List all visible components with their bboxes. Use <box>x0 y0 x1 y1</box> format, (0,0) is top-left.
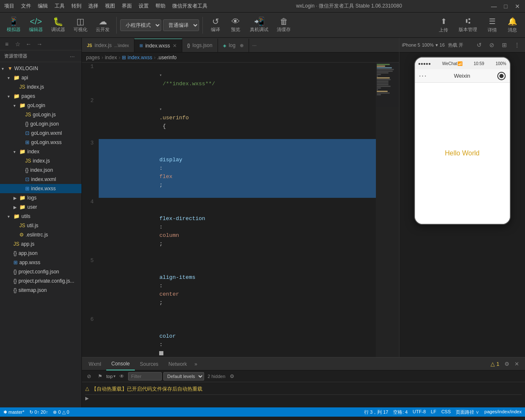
tree-item-eslintrc[interactable]: ▶ ⚙ .eslintrc.js <box>0 230 81 239</box>
tree-item-project-config[interactable]: ▶ {} project.config.json <box>0 267 81 276</box>
line-ending[interactable]: LF <box>431 409 436 415</box>
phone-record-button[interactable] <box>497 72 506 80</box>
tree-item-goLogin-wxml[interactable]: ▶ ⊡ goLogin.wxml <box>0 129 81 138</box>
cloud-button[interactable]: ☁ 云开发 <box>92 16 113 34</box>
debug-button[interactable]: 🐛 调试器 <box>48 16 68 34</box>
compile-button[interactable]: ↺ 编译 <box>206 16 225 34</box>
sidebar-menu-icon[interactable]: ≡ <box>2 39 12 49</box>
devtools-filter-icon[interactable]: ⚑ <box>95 372 105 381</box>
mode-select[interactable]: 小程序模式 <box>120 19 161 31</box>
current-page[interactable]: pages/index/index <box>484 409 522 415</box>
devtools-context-selector[interactable]: top ▾ <box>106 374 116 379</box>
maximize-button[interactable]: □ <box>502 3 509 10</box>
tree-item-sitemap[interactable]: ▶ {} sitemap.json <box>0 286 81 295</box>
tree-item-pages[interactable]: ▾ 📁 pages <box>0 92 81 101</box>
error-count[interactable]: ⊗ 0 △ 0 <box>53 410 69 415</box>
devtools-block-icon[interactable]: ⊘ <box>84 372 94 381</box>
git-branch[interactable]: ✱ master* <box>3 410 24 415</box>
encoding[interactable]: UTF-8 <box>413 409 426 415</box>
tree-item-index-folder[interactable]: ▾ 📁 index <box>0 147 81 156</box>
devtools-filter-input[interactable] <box>128 372 162 381</box>
sidebar-more-icon[interactable]: ··· <box>67 51 77 61</box>
devtools-eye-icon[interactable]: 👁 <box>117 372 126 381</box>
tree-item-logs[interactable]: ▶ 📁 logs <box>0 193 81 202</box>
tab-close-button[interactable]: ✕ <box>173 43 177 49</box>
breadcrumb-wxss[interactable]: ⊞ index.wxss <box>122 55 152 60</box>
preview-refresh-button[interactable]: ↺ <box>474 39 485 50</box>
menu-bar[interactable]: 项目 文件 编辑 工具 转到 选择 视图 界面 设置 帮助 微信开发者工具 <box>4 3 207 10</box>
preview-layout-button[interactable]: ⊞ <box>499 39 510 50</box>
menu-settings[interactable]: 设置 <box>139 3 149 10</box>
upload-button[interactable]: ⬆ 上传 <box>434 15 453 35</box>
preview-button[interactable]: 👁 预览 <box>226 16 245 34</box>
tree-item-utils[interactable]: ▾ 📁 utils <box>0 212 81 221</box>
menu-tools[interactable]: 工具 <box>55 3 65 10</box>
simulate-button[interactable]: 📱 模拟器 <box>3 16 24 34</box>
menu-edit[interactable]: 编辑 <box>38 3 48 10</box>
menu-select[interactable]: 选择 <box>88 3 98 10</box>
breadcrumb-pages[interactable]: pages <box>86 55 100 60</box>
tree-item-api[interactable]: ▾ 📁 api <box>0 73 81 82</box>
code-editor[interactable]: 1 ▾ /**index.wxss**/ 2 ▾ <box>82 63 376 357</box>
collapse-arrow[interactable]: ▾ <box>159 107 162 112</box>
breadcrumb-index[interactable]: index <box>105 55 117 60</box>
menu-ui[interactable]: 界面 <box>122 3 132 10</box>
menu-help[interactable]: 帮助 <box>155 3 165 10</box>
devtools-settings-icon[interactable]: ⚙ <box>503 360 511 368</box>
devtools-tab-console[interactable]: Console <box>106 358 135 370</box>
close-button[interactable]: ✕ <box>514 3 521 10</box>
menu-wechat-devtools[interactable]: 微信开发者工具 <box>172 3 207 10</box>
window-controls[interactable]: — □ ✕ <box>491 3 521 10</box>
preview-more-button[interactable]: ⋮ <box>512 39 522 50</box>
devtools-tab-sources[interactable]: Sources <box>135 358 163 370</box>
tree-item-goLogin[interactable]: ▾ 📁 goLogin <box>0 101 81 110</box>
menu-file[interactable]: 文件 <box>21 3 31 10</box>
sidebar-bookmark-icon[interactable]: ☆ <box>13 39 23 49</box>
tab-index-wxss[interactable]: ⊞ index.wxss ✕ <box>134 39 182 52</box>
tree-item-index-json[interactable]: ▶ {} index.json <box>0 165 81 175</box>
menu-project[interactable]: 项目 <box>4 3 14 10</box>
tree-item-app-wxss[interactable]: ▶ ⊞ app.wxss <box>0 258 81 267</box>
sync-status[interactable]: ↻ 0↑ 20↑ <box>29 410 48 415</box>
preview-stop-button[interactable]: ⊘ <box>486 39 497 50</box>
devtools-more-button[interactable]: » <box>192 361 200 367</box>
devtools-tab-network[interactable]: Network <box>163 358 192 370</box>
editor-button[interactable]: </> 编辑器 <box>26 16 46 34</box>
language-mode[interactable]: CSS <box>441 409 451 415</box>
tab-logs-json[interactable]: {} logs.json <box>182 39 218 52</box>
page-path[interactable]: 页面路径 ∨ <box>456 409 479 415</box>
tree-item-project-private[interactable]: ▶ {} project.private.config.js... <box>0 276 81 286</box>
indentation[interactable]: 空格: 4 <box>393 409 407 415</box>
sidebar-forward-icon[interactable]: → <box>34 39 45 49</box>
devtools-gear-icon[interactable]: ⚙ <box>228 372 236 381</box>
devtools-tab-wxml[interactable]: Wxml <box>84 358 106 370</box>
devtools-close-icon[interactable]: ✕ <box>513 360 521 368</box>
console-expand-arrow[interactable]: ▶ <box>85 395 522 402</box>
tab-log[interactable]: ◈ log ⊕ <box>218 39 249 52</box>
version-button[interactable]: ⑆ 版本管理 <box>454 15 481 35</box>
tree-root[interactable]: ▾ ▼ WXLOGIN <box>0 64 81 73</box>
minimize-button[interactable]: — <box>491 3 497 10</box>
devtools-levels-select[interactable]: Default levels <box>163 372 204 381</box>
menu-goto[interactable]: 转到 <box>71 3 81 10</box>
tab-more-button[interactable]: ··· <box>249 39 260 52</box>
compile-select[interactable]: 普通编译 <box>163 19 199 31</box>
tree-item-app-js[interactable]: ▶ JS app.js <box>0 239 81 249</box>
detail-button[interactable]: ☰ 详情 <box>483 15 501 35</box>
visual-button[interactable]: ◫ 可视化 <box>70 16 91 34</box>
tree-item-index-wxss[interactable]: ▶ ⊞ index.wxss <box>0 184 81 193</box>
breadcrumb-userinfo[interactable]: .userinfo <box>157 55 176 60</box>
tree-item-api-index-js[interactable]: ▶ JS index.js <box>0 82 81 92</box>
collapse-arrow[interactable]: ▾ <box>159 73 162 78</box>
menu-view[interactable]: 视图 <box>105 3 115 10</box>
realtest-button[interactable]: 📲 真机调试 <box>247 16 272 34</box>
tree-item-goLogin-js[interactable]: ▶ JS goLogin.js <box>0 110 81 119</box>
tree-item-goLogin-wxss[interactable]: ▶ ⊞ goLogin.wxss <box>0 138 81 147</box>
tree-item-app-json[interactable]: ▶ {} app.json <box>0 249 81 258</box>
clearcache-button[interactable]: 🗑 清缓存 <box>273 16 294 34</box>
tree-item-user[interactable]: ▶ 📁 user <box>0 202 81 212</box>
message-button[interactable]: 🔔 消息 <box>503 15 522 35</box>
cursor-position[interactable]: 行 3，列 17 <box>364 409 388 415</box>
tree-item-goLogin-json[interactable]: ▶ {} goLogin.json <box>0 119 81 129</box>
tab-index-js[interactable]: JS index.js ...\index <box>82 39 134 52</box>
